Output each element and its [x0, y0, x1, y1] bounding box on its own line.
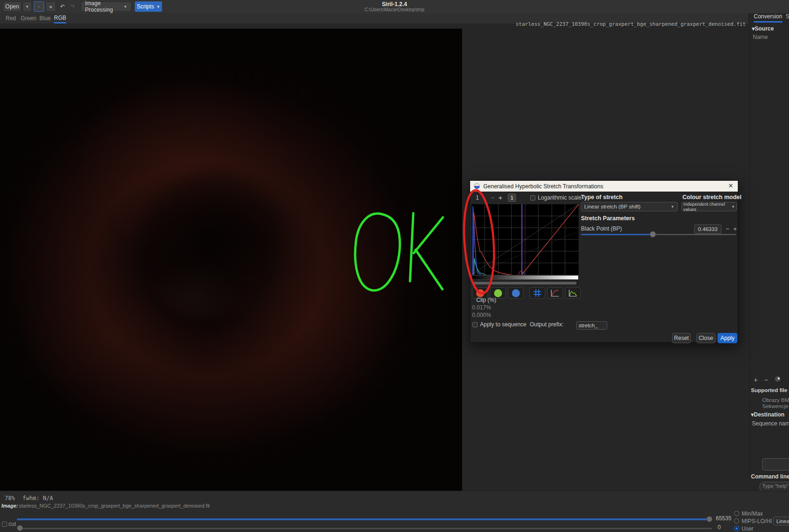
clip-value-low: 0.000%	[472, 312, 491, 318]
tab-red[interactable]: Red	[6, 13, 16, 23]
chevron-down-icon: ▼	[729, 205, 735, 209]
hi-slider-handle[interactable]	[706, 516, 712, 522]
scripts-menu[interactable]: Scripts ▼	[135, 1, 162, 12]
plus-icon: +	[498, 193, 503, 201]
minmax-radio[interactable]	[734, 511, 739, 516]
tab-conversion-label: Conversion	[754, 13, 782, 20]
sequence-name-input[interactable]	[762, 458, 789, 470]
histogram-scrollbar[interactable]	[472, 281, 579, 285]
fwhm-readout: fwhm: N/A	[23, 495, 53, 501]
command-placeholder: Type "help" for t	[762, 483, 789, 489]
chevron-down-icon: ▼	[25, 5, 29, 9]
tab-green-label: Green	[21, 15, 36, 22]
sidebar-tab-bar: Conversion Se	[750, 13, 789, 23]
siril-window: Open ▼ ● ↶ ↷ Image Processing ▼ Scripts …	[0, 0, 789, 532]
logarithmic-scale-checkbox[interactable]	[530, 195, 535, 200]
colour-stretch-model-value: Independent channel values	[683, 201, 729, 212]
iteration-increment-button[interactable]: +	[498, 193, 503, 201]
type-of-stretch-dropdown[interactable]: Linear stretch (BP shift) ▼	[581, 202, 678, 211]
tab-sequence-label: Se	[786, 13, 789, 20]
reset-button[interactable]: Reset	[672, 333, 691, 343]
siril-app-icon	[474, 183, 480, 189]
main-toolbar: Open ▼ ● ↶ ↷ Image Processing ▼ Scripts …	[0, 0, 789, 13]
image-canvas[interactable]	[0, 29, 462, 491]
tab-red-label: Red	[6, 15, 16, 22]
boxed-one-icon: 1	[511, 195, 513, 200]
redo-button[interactable]: ↷	[68, 1, 77, 12]
clip-value-high: 0.017%	[472, 304, 491, 311]
image-filename: starless_NGC_2237_10390s_crop_graxpert_b…	[19, 503, 210, 509]
reset-label: Reset	[674, 335, 688, 341]
record-button[interactable]: ●	[46, 1, 56, 12]
scale-mode-dropdown[interactable]: Linear ▼	[773, 517, 789, 525]
tab-blue[interactable]: Blue	[39, 13, 51, 23]
clear-list-button[interactable]	[774, 376, 781, 384]
source-label: Source	[755, 25, 774, 32]
black-point-decrement[interactable]: −	[724, 224, 731, 234]
grid-icon	[533, 289, 541, 297]
type-of-stretch-value: Linear stretch (BP shift)	[584, 204, 641, 209]
plus-icon: +	[754, 376, 758, 384]
user-label: User	[742, 525, 753, 532]
zoom-level: 78%	[5, 495, 15, 501]
apply-label: Apply	[720, 335, 735, 341]
eye-icon	[774, 376, 781, 382]
home-button[interactable]	[34, 1, 44, 12]
undo-button[interactable]: ↶	[58, 1, 67, 12]
open-dropdown-button[interactable]: ▼	[23, 1, 32, 12]
colour-stretch-model-dropdown[interactable]: Independent channel values ▼	[681, 202, 737, 211]
name-column-header[interactable]: Name	[753, 34, 768, 40]
tab-rgb[interactable]: RGB	[54, 13, 66, 23]
apply-to-sequence-checkbox[interactable]	[472, 322, 478, 327]
user-radio[interactable]	[734, 526, 739, 531]
red-channel-icon	[476, 289, 484, 297]
image-label: Image:	[1, 503, 18, 509]
close-label: Close	[699, 335, 713, 341]
iteration-decrement-button[interactable]: −	[491, 194, 494, 201]
tab-sequence[interactable]: Se	[786, 13, 789, 23]
tab-green[interactable]: Green	[21, 13, 36, 23]
black-point-increment[interactable]: +	[731, 224, 739, 234]
grid-toggle-button[interactable]	[529, 287, 545, 299]
blue-channel-toggle[interactable]	[508, 287, 524, 299]
scale-mode-value: Linear	[776, 518, 789, 524]
open-button-label: Open	[5, 3, 19, 10]
scripts-label: Scripts	[137, 3, 154, 10]
chevron-down-icon: ▼	[669, 205, 674, 209]
source-section-header[interactable]: ▾Source	[752, 25, 774, 32]
curve-icon	[550, 289, 560, 297]
hi-slider-fill	[17, 518, 707, 520]
ok-letter-k-upper	[414, 217, 443, 253]
lo-slider-track[interactable]	[17, 528, 712, 529]
output-prefix-input[interactable]	[576, 321, 607, 330]
lo-slider-handle[interactable]	[17, 525, 23, 531]
destination-section-header[interactable]: ▾Destination	[751, 411, 784, 418]
image-processing-menu[interactable]: Image Processing ▼	[81, 1, 132, 12]
black-point-slider-handle[interactable]	[650, 231, 656, 238]
sequence-name-text: Sequence name:	[752, 420, 789, 427]
black-point-value-input[interactable]: 0.46333	[694, 224, 721, 234]
cut-checkbox[interactable]	[2, 522, 7, 527]
histogram-plot[interactable]	[472, 204, 579, 275]
plus-icon: +	[733, 225, 737, 232]
black-point-label: Black Point (BP)	[581, 225, 622, 232]
histogram-scrollbar-thumb[interactable]	[472, 282, 577, 285]
close-dialog-button[interactable]: ✕	[727, 182, 735, 190]
curve-display-button[interactable]	[547, 287, 563, 299]
open-button[interactable]: Open	[3, 1, 22, 12]
tab-conversion[interactable]: Conversion	[754, 13, 782, 23]
ok-letter-o	[355, 214, 400, 291]
close-button[interactable]: Close	[696, 333, 715, 343]
apply-button[interactable]: Apply	[718, 333, 737, 343]
iteration-spin-value[interactable]: 1	[476, 194, 479, 201]
destination-label: Destination	[754, 411, 784, 418]
chevron-down-icon: ▼	[124, 5, 127, 9]
command-line-header: Command line	[751, 473, 789, 480]
ghs-dialog-titlebar[interactable]: Generalised Hyperbolic Stretch Transform…	[470, 181, 738, 192]
histogram-display-button[interactable]	[565, 287, 581, 299]
add-files-button[interactable]: +	[754, 376, 758, 384]
remove-files-button[interactable]: −	[764, 376, 768, 384]
mips-radio[interactable]	[734, 518, 739, 524]
boxed-one-button[interactable]: 1	[508, 193, 516, 202]
command-line-label: Command line	[751, 473, 789, 480]
